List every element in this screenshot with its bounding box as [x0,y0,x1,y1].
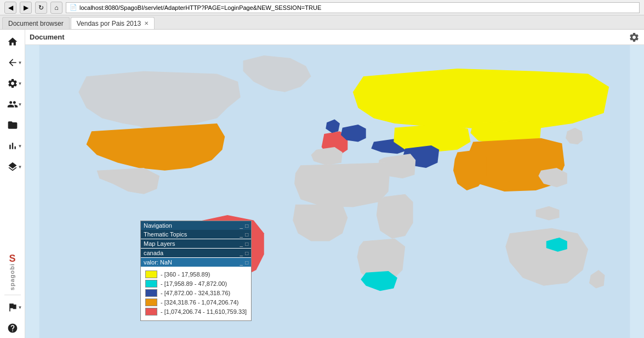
legend-entry-2: - [47,872.00 - 324,318.76) [145,289,247,297]
tab-label: Vendas por Pais 2013 [77,20,141,27]
tab-label: Document browser [8,20,64,27]
close-icon[interactable]: □ [245,232,248,238]
legend-navigation-title: Navigation [144,222,172,229]
legend-color-4 [145,308,157,316]
tab-bar: Document browser Vendas por Pais 2013 ✕ [0,15,644,30]
minimize-icon[interactable]: _ [240,250,243,256]
legend-color-2 [145,289,157,297]
legend-label-0: - [360 - 17,958.89) [161,271,210,278]
legend-entry-3: - [324,318.76 - 1,074,206.74) [145,298,247,306]
close-icon[interactable]: □ [245,250,248,256]
forward-button[interactable]: ▶ [20,2,32,14]
legend-navigation-header[interactable]: Navigation _ □ [141,221,251,230]
arrow-icon: ▼ [18,81,22,86]
sidebar-item-users[interactable]: ▼ [2,94,24,114]
home-button[interactable]: ⌂ [50,2,62,14]
legend-label-2: - [47,872.00 - 324,318.76) [161,290,230,296]
sidebar-item-help[interactable] [2,318,24,338]
legend-entries: - [360 - 17,958.89) - [17,958.89 - 47,87… [141,267,251,320]
tab-vendas[interactable]: Vendas por Pais 2013 ✕ [71,17,155,29]
sidebar-item-flag[interactable]: ▼ [2,297,24,317]
minimize-icon[interactable]: _ [240,223,243,229]
close-icon[interactable]: □ [245,223,248,229]
legend-label-1: - [17,958.89 - 47,872.00) [161,280,227,287]
url-bar[interactable]: 📄 localhost:8080/SpagoBI/servlet/Adapter… [66,2,640,13]
sidebar-item-back[interactable]: ▼ [2,53,24,72]
minimize-icon[interactable]: _ [240,260,243,266]
legend-valor-title[interactable]: valor: NaN _ □ [141,258,251,267]
back-button[interactable]: ◀ [4,2,16,14]
sidebar-divider [4,295,21,295]
sidebar-item-settings[interactable]: ▼ [2,74,24,93]
legend-entry-4: - [1,074,206.74 - 11,610,759.33] [145,308,247,316]
url-text: localhost:8080/SpagoBI/servlet/AdapterHT… [79,4,321,11]
world-map-svg [25,45,644,338]
legend-section-thematic[interactable]: Thematic Topics _ □ [141,230,251,239]
minimize-icon[interactable]: _ [240,232,243,238]
legend-icons: _ □ [240,223,249,229]
sidebar-item-layers[interactable]: ▼ [2,157,24,177]
settings-icon[interactable] [629,32,640,43]
arrow-icon: ▼ [18,102,22,107]
legend-color-1 [145,280,157,288]
tab-document-browser[interactable]: Document browser [2,17,70,29]
legend-label-3: - [324,318.76 - 1,074,206.74) [161,299,239,306]
browser-chrome: ◀ ▶ ↻ ⌂ 📄 localhost:8080/SpagoBI/servlet… [0,0,644,15]
legend-color-3 [145,298,157,306]
map-container[interactable]: Navigation _ □ Thematic Topics _ □ [25,45,644,338]
reload-button[interactable]: ↻ [35,2,47,14]
legend-label-4: - [1,074,206.74 - 11,610,759.33] [161,308,247,315]
arrow-icon: ▼ [18,60,22,65]
url-icon: 📄 [70,4,77,11]
map-layers-label: Map Layers [144,240,175,247]
arrow-icon: ▼ [18,305,22,310]
legend-panel: Navigation _ □ Thematic Topics _ □ [140,221,252,321]
legend-color-0 [145,271,157,278]
sidebar-item-chart[interactable]: ▼ [2,136,24,156]
legend-section-maplayers[interactable]: Map Layers _ □ [141,239,251,248]
sidebar-logo: S spagobi [9,254,15,290]
thematic-topics-label: Thematic Topics [144,231,187,238]
sidebar-item-home[interactable] [2,32,24,52]
close-tab-icon[interactable]: ✕ [144,20,149,26]
sidebar: ▼ ▼ ▼ ▼ ▼ S spagobi ▼ [0,30,25,338]
legend-section-canada[interactable]: canada _ □ [141,249,251,257]
sidebar-item-folder[interactable] [2,115,24,135]
content-header: Document [25,30,644,45]
minimize-icon[interactable]: _ [240,241,243,247]
canada-label: canada [144,250,163,256]
legend-entry-1: - [17,958.89 - 47,872.00) [145,280,247,288]
content-area: Document [25,30,644,338]
main-layout: ▼ ▼ ▼ ▼ ▼ S spagobi ▼ [0,30,644,338]
arrow-icon: ▼ [18,165,22,170]
close-icon[interactable]: □ [245,241,248,247]
legend-entry-0: - [360 - 17,958.89) [145,271,247,278]
close-icon[interactable]: □ [245,260,248,266]
valor-label: valor: NaN [144,259,172,266]
document-title: Document [30,33,65,41]
logo-text: spagobi [9,263,15,290]
arrow-icon: ▼ [18,144,22,149]
